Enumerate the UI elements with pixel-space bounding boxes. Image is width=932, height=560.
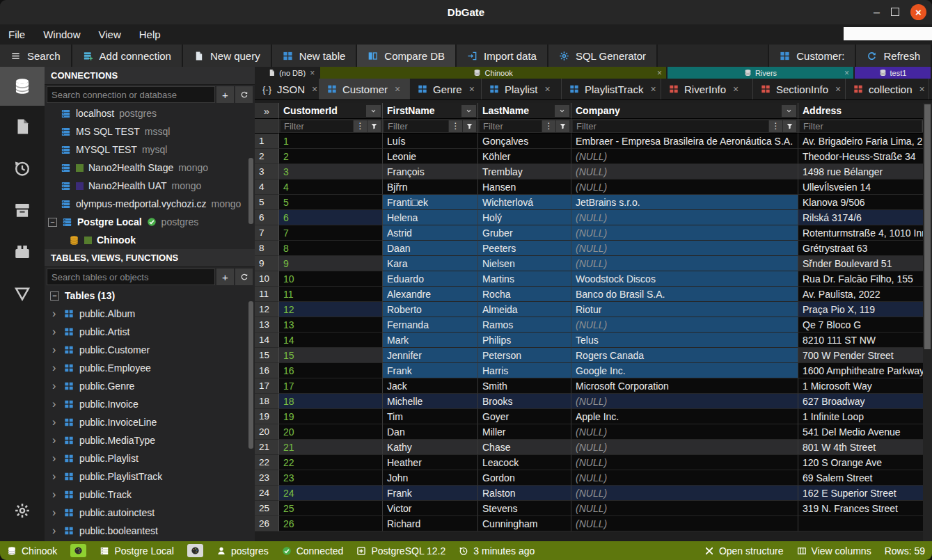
cell-lastname[interactable]: Martins (478, 271, 571, 287)
cell-company[interactable]: (NULL) (571, 241, 798, 256)
filter-menu-button[interactable]: ⋮ (354, 120, 367, 132)
toolbar-refresh[interactable]: Refresh (856, 45, 931, 67)
filter-funnel-button[interactable] (463, 120, 476, 132)
row-number[interactable]: 17 (255, 378, 279, 394)
cell-company[interactable]: Google Inc. (571, 363, 798, 378)
menu-view[interactable]: View (99, 29, 121, 40)
rail-files[interactable] (0, 106, 45, 147)
cell-firstname[interactable]: Luís (383, 134, 478, 149)
vscroll-thumb[interactable] (924, 104, 931, 349)
cell-firstname[interactable]: Dan (383, 424, 478, 440)
tables-scrollbar[interactable] (248, 301, 253, 449)
status-chinook[interactable]: Chinook (7, 545, 57, 557)
table-public-album[interactable]: ›public.Album (45, 305, 255, 323)
cell-company[interactable]: (NULL) (571, 440, 798, 455)
row-number[interactable]: 13 (255, 317, 279, 333)
cell-lastname[interactable]: Rocha (478, 287, 571, 302)
cell-customerid[interactable]: 21 (279, 440, 383, 455)
tab-genre[interactable]: Genre× (410, 79, 482, 99)
column-dropdown-button[interactable] (366, 105, 381, 117)
table-public-mediatype[interactable]: ›public.MediaType (45, 431, 255, 449)
row-number[interactable]: 5 (255, 195, 279, 210)
cell-company[interactable]: (NULL) (571, 179, 798, 195)
cell-company[interactable]: (NULL) (571, 210, 798, 225)
cell-customerid[interactable]: 20 (279, 424, 383, 440)
row-number[interactable]: 9 (255, 256, 279, 271)
color-badge[interactable] (187, 544, 203, 557)
table-public-booleantest[interactable]: ›public.booleantest (45, 522, 255, 540)
filter-input[interactable]: Filter (480, 120, 542, 132)
status-open-structure[interactable]: Open structure (704, 545, 784, 557)
column-dropdown-button[interactable] (461, 105, 476, 117)
cell-company[interactable]: (NULL) (571, 470, 798, 486)
cell-customerid[interactable]: 5 (279, 195, 383, 210)
row-number[interactable]: 7 (255, 225, 279, 241)
tab-group-test1[interactable]: test1 (855, 67, 931, 79)
cell-lastname[interactable]: Smith (478, 378, 571, 394)
cell-customerid[interactable]: 12 (279, 302, 383, 317)
chevron-right-icon[interactable]: › (52, 362, 58, 374)
status-postgresql-12-2[interactable]: PostgreSQL 12.2 (356, 545, 445, 557)
table-public-employee[interactable]: ›public.Employee (45, 359, 255, 377)
tab-playlist[interactable]: Playlist× (482, 79, 562, 99)
cell-firstname[interactable]: Fernanda (383, 317, 478, 333)
cell-address[interactable]: 801 W 4th Street (798, 440, 923, 455)
row-number[interactable]: 1 (255, 134, 279, 149)
cell-lastname[interactable]: Leacock (478, 455, 571, 470)
cell-firstname[interactable]: François (383, 164, 478, 179)
tab-playlisttrack[interactable]: PlaylistTrack× (562, 79, 661, 99)
filter-menu-button[interactable]: ⋮ (449, 120, 462, 132)
status-rows-59[interactable]: Rows: 59 (885, 545, 925, 557)
cell-customerid[interactable]: 17 (279, 378, 383, 394)
cell-address[interactable]: Sřnder Boulevard 51 (798, 256, 923, 271)
cell-address[interactable]: 162 E Superior Street (798, 486, 923, 501)
tables-search-input[interactable] (47, 269, 215, 285)
row-number[interactable]: 24 (255, 486, 279, 501)
cell-company[interactable]: (NULL) (571, 149, 798, 164)
cell-lastname[interactable]: Chase (478, 440, 571, 455)
row-number[interactable]: 25 (255, 501, 279, 516)
close-icon[interactable]: × (312, 83, 317, 95)
filter-funnel-button[interactable] (783, 120, 796, 132)
table-public-playlist[interactable]: ›public.Playlist (45, 449, 255, 467)
cell-company[interactable]: (NULL) (571, 486, 798, 501)
cell-firstname[interactable]: Mark (383, 333, 478, 348)
cell-lastname[interactable]: Ramos (478, 317, 571, 333)
cell-address[interactable]: UllevÍlsveien 14 (798, 179, 923, 195)
table-public-genre[interactable]: ›public.Genre (45, 377, 255, 395)
cell-customerid[interactable]: 14 (279, 333, 383, 348)
tab-group-rivers[interactable]: Rivers× (668, 67, 853, 79)
cell-customerid[interactable]: 3 (279, 164, 383, 179)
table-public-customer[interactable]: ›public.Customer (45, 341, 255, 359)
cell-company[interactable]: (NULL) (571, 501, 798, 516)
cell-firstname[interactable]: Astrid (383, 225, 478, 241)
connection-localhost[interactable]: localhostpostgres (45, 104, 255, 122)
row-number[interactable]: 16 (255, 363, 279, 378)
status-postgre-local[interactable]: Postgre Local (100, 545, 174, 557)
tab-customer[interactable]: Customer× (319, 79, 410, 99)
close-icon[interactable]: × (469, 83, 475, 95)
cell-customerid[interactable]: 1 (279, 134, 383, 149)
close-icon[interactable]: × (650, 83, 656, 95)
row-number[interactable]: 18 (255, 394, 279, 409)
cell-company[interactable]: Rogers Canada (571, 348, 798, 363)
status-view-columns[interactable]: View columns (797, 545, 871, 557)
chevron-right-icon[interactable]: › (52, 452, 58, 465)
table-public-invoiceline[interactable]: ›public.InvoiceLine (45, 413, 255, 431)
row-number[interactable]: 4 (255, 179, 279, 195)
chevron-right-icon[interactable]: › (52, 470, 58, 483)
tables-plus-button[interactable]: + (216, 269, 234, 285)
cell-lastname[interactable]: Nielsen (478, 256, 571, 271)
cell-lastname[interactable]: Gordon (478, 470, 571, 486)
cell-company[interactable]: (NULL) (571, 455, 798, 470)
toolbar-import-data[interactable]: Import data (457, 45, 547, 67)
cell-lastname[interactable]: Tremblay (478, 164, 571, 179)
cell-firstname[interactable]: Helena (383, 210, 478, 225)
cell-company[interactable]: Apple Inc. (571, 409, 798, 424)
status-3-minutes-ago[interactable]: 3 minutes ago (459, 545, 535, 557)
grid-vertical-scrollbar[interactable] (923, 103, 932, 541)
cell-customerid[interactable]: 19 (279, 409, 383, 424)
row-number[interactable]: 26 (255, 516, 279, 531)
cell-company[interactable]: (NULL) (571, 394, 798, 409)
toolbar-compare-db[interactable]: Compare DB (357, 45, 455, 67)
